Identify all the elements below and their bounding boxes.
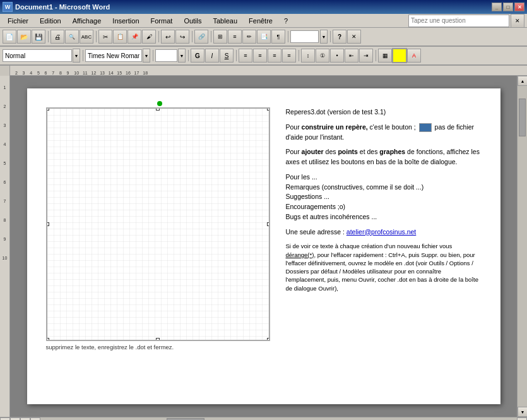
text-block-5: Une seule adresse : atelier@profcosinus.… bbox=[286, 227, 482, 237]
sep12 bbox=[297, 49, 300, 63]
menu-affichage[interactable]: Affichage bbox=[68, 16, 107, 26]
close-button[interactable]: ✕ bbox=[514, 3, 524, 11]
spell-button[interactable]: ABC bbox=[80, 30, 93, 44]
scroll-right-button[interactable]: ▶ bbox=[517, 417, 527, 421]
document-text: Reperes3.dot (version de test 3.1) Pour … bbox=[286, 107, 482, 392]
view-layout-button[interactable]: ▦ bbox=[30, 417, 40, 421]
close-doc-button[interactable]: ✕ bbox=[347, 30, 361, 44]
underline-button[interactable]: S bbox=[220, 49, 234, 63]
ruler-mark-2: 2 bbox=[4, 97, 6, 116]
help-button[interactable]: ? bbox=[333, 30, 346, 44]
table-button[interactable]: ⊞ bbox=[213, 30, 227, 44]
new-button[interactable]: 📄 bbox=[3, 30, 16, 44]
top-rotation-handle[interactable] bbox=[157, 101, 162, 106]
maximize-button[interactable]: □ bbox=[503, 3, 513, 11]
grid-element[interactable] bbox=[46, 107, 270, 341]
minimize-button[interactable]: _ bbox=[492, 3, 502, 11]
font-input[interactable] bbox=[85, 49, 142, 62]
view-outline-button[interactable]: ≡ bbox=[20, 417, 30, 421]
close-search-button[interactable]: ✕ bbox=[511, 14, 524, 28]
vertical-scrollbar[interactable]: ▲ ▼ bbox=[517, 76, 527, 417]
undo-button[interactable]: ↩ bbox=[161, 30, 175, 44]
deranger-text: dérange(*) bbox=[286, 251, 314, 258]
format-painter-button[interactable]: 🖌 bbox=[142, 30, 156, 44]
hyperlink-button[interactable]: 🔗 bbox=[194, 30, 208, 44]
sep7 bbox=[328, 30, 332, 44]
zoom-input[interactable]: 94% bbox=[290, 30, 319, 43]
handle-tm[interactable] bbox=[156, 107, 160, 111]
sep9 bbox=[151, 49, 155, 63]
redo-button[interactable]: ↪ bbox=[175, 30, 189, 44]
text-block-6: Si de voir ce texte à chaque création d'… bbox=[286, 242, 482, 292]
style-dropdown[interactable]: ▼ bbox=[73, 49, 80, 63]
bullets-button[interactable]: • bbox=[330, 49, 344, 63]
align-center-button[interactable]: ≡ bbox=[253, 49, 267, 63]
highlight-button[interactable]: H bbox=[393, 49, 406, 63]
save-button[interactable]: 💾 bbox=[32, 30, 45, 44]
paste-button[interactable]: 📌 bbox=[127, 30, 141, 44]
scroll-up-button[interactable]: ▲ bbox=[518, 76, 527, 86]
italic-button[interactable]: I bbox=[205, 49, 219, 63]
menu-tableau[interactable]: Tableau bbox=[208, 16, 243, 26]
scroll-thumb[interactable] bbox=[519, 99, 526, 136]
h-scroll-track[interactable] bbox=[40, 417, 517, 420]
horizontal-ruler: 2 3 4 5 6 7 8 9 10 11 12 13 14 15 16 17 … bbox=[10, 66, 527, 75]
ruler-mark-9: 9 bbox=[4, 230, 6, 249]
font-dropdown[interactable]: ▼ bbox=[143, 49, 150, 63]
scroll-down-button[interactable]: ▼ bbox=[518, 407, 527, 417]
fontsize-input[interactable]: 10 bbox=[155, 49, 177, 62]
grid-container-outer: supprimez le texte, enregistrez le .dot … bbox=[46, 107, 273, 392]
scroll-left-button[interactable]: ◀ bbox=[0, 417, 10, 421]
drawing-button[interactable]: ✏ bbox=[242, 30, 256, 44]
line-spacing-button[interactable]: ↕ bbox=[301, 49, 315, 63]
repere-button-icon bbox=[419, 123, 432, 132]
docmap-button[interactable]: 📑 bbox=[257, 30, 271, 44]
style-input[interactable] bbox=[3, 49, 72, 62]
handle-mr[interactable] bbox=[267, 222, 270, 226]
menu-edition[interactable]: Edition bbox=[35, 16, 66, 26]
copy-button[interactable]: 📋 bbox=[113, 30, 127, 44]
show-hide-button[interactable]: ¶ bbox=[271, 30, 285, 44]
fontsize-dropdown[interactable]: ▼ bbox=[178, 49, 186, 63]
align-right-button[interactable]: ≡ bbox=[268, 49, 281, 63]
text-block-4: Pour les ... Remarques (constructives, c… bbox=[286, 172, 482, 222]
sep5 bbox=[209, 30, 213, 44]
cut-button[interactable]: ✂ bbox=[98, 30, 112, 44]
menu-fichier[interactable]: Fichier bbox=[3, 16, 33, 26]
email-link[interactable]: atelier@profcosinus.net bbox=[346, 228, 416, 236]
open-button[interactable]: 📂 bbox=[17, 30, 31, 44]
sep10 bbox=[186, 49, 190, 63]
columns-button[interactable]: ≡ bbox=[228, 30, 242, 44]
bold-button[interactable]: G bbox=[191, 49, 204, 63]
text-block-2: Pour construire un repère, c'est le bout… bbox=[286, 123, 482, 143]
numbering-button[interactable]: ① bbox=[316, 49, 329, 63]
view-normal-button[interactable]: ▬ bbox=[10, 417, 20, 421]
print-preview-button[interactable]: 🔍 bbox=[65, 30, 79, 44]
handle-tr[interactable] bbox=[267, 107, 270, 111]
handle-bl[interactable] bbox=[46, 338, 49, 341]
handle-bm[interactable] bbox=[156, 338, 160, 341]
align-left-button[interactable]: ≡ bbox=[239, 49, 252, 63]
window-controls[interactable]: _ □ ✕ bbox=[492, 3, 524, 11]
ruler-mark-8: 8 bbox=[4, 211, 6, 230]
sep8 bbox=[81, 49, 85, 63]
zoom-dropdown[interactable]: ▼ bbox=[320, 30, 328, 44]
question-input[interactable] bbox=[408, 15, 509, 27]
ruler-mark-4: 4 bbox=[4, 135, 6, 154]
decrease-indent-button[interactable]: ⇤ bbox=[345, 49, 358, 63]
justify-button[interactable]: ≡ bbox=[282, 49, 296, 63]
handle-ml[interactable] bbox=[46, 222, 49, 226]
menu-help[interactable]: ? bbox=[279, 16, 293, 26]
menu-outils[interactable]: Outils bbox=[179, 16, 206, 26]
menu-format[interactable]: Format bbox=[146, 16, 178, 26]
horizontal-scrollbar[interactable]: ◀ ▬ ≡ ▦ ▶ bbox=[0, 417, 527, 420]
fontcolor-button[interactable]: A bbox=[407, 49, 421, 63]
handle-br[interactable] bbox=[267, 338, 270, 341]
scroll-track[interactable] bbox=[518, 86, 527, 407]
handle-tl[interactable] bbox=[46, 107, 49, 111]
menu-fenetre[interactable]: Fenêtre bbox=[244, 16, 278, 26]
menu-insertion[interactable]: Insertion bbox=[107, 16, 144, 26]
border-button[interactable]: ▦ bbox=[378, 49, 392, 63]
print-button[interactable]: 🖨 bbox=[50, 30, 64, 44]
increase-indent-button[interactable]: ⇥ bbox=[359, 49, 373, 63]
